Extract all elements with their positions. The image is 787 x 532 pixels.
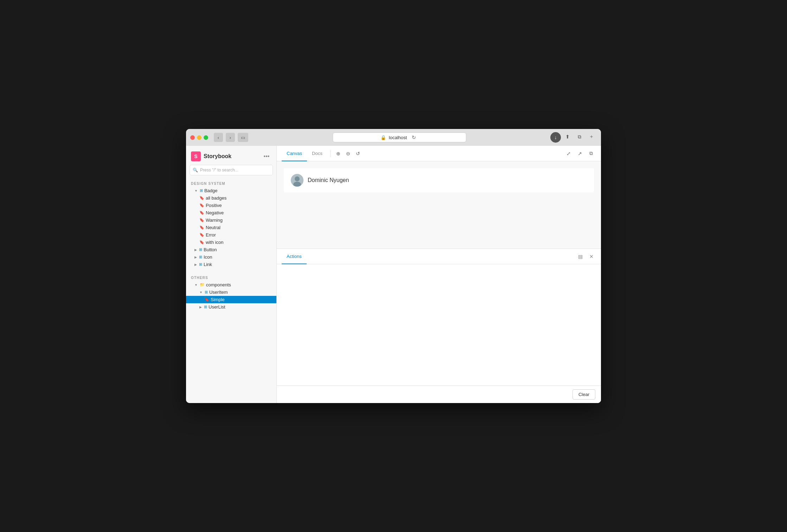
sidebar-item-icon-group[interactable]: ▶ ⊞ Icon bbox=[186, 253, 276, 261]
docs-tab-label: Docs bbox=[312, 151, 322, 156]
address-bar-container: 🔒 localhost ↻ bbox=[251, 132, 548, 142]
close-button[interactable] bbox=[190, 135, 195, 140]
expand-icon: ⤢ bbox=[567, 151, 571, 156]
minimize-button[interactable] bbox=[197, 135, 201, 140]
new-tab-button[interactable]: ＋ bbox=[586, 132, 597, 141]
main-content: S Storybook ••• 🔍 Press "/" to search...… bbox=[186, 146, 601, 403]
error-label: Error bbox=[206, 232, 216, 238]
components-group-label: components bbox=[206, 282, 231, 287]
sidebar-item-userlist-group[interactable]: ▶ ⊞ UserList bbox=[186, 303, 276, 311]
storybook-logo-icon: S bbox=[191, 151, 201, 161]
neutral-label: Neutral bbox=[206, 225, 220, 230]
zoom-reset-icon: ↺ bbox=[356, 151, 360, 156]
with-icon-label: with icon bbox=[206, 240, 224, 245]
download-icon: ↓ bbox=[555, 135, 557, 140]
sidebar-item-link-group[interactable]: ▶ ⊞ Link bbox=[186, 261, 276, 268]
clear-button[interactable]: Clear bbox=[572, 389, 595, 400]
sidebar-header: S Storybook ••• bbox=[186, 146, 276, 165]
sidebar-item-useritem-group[interactable]: ▼ ⊞ UserItem bbox=[186, 288, 276, 296]
sidebar-item-components-group[interactable]: ▼ 📁 components bbox=[186, 281, 276, 288]
sidebar-item-positive[interactable]: 🔖 Positive bbox=[186, 202, 276, 209]
canvas-toolbar: Canvas Docs ⊕ ⊖ ↺ ⤢ bbox=[277, 146, 601, 161]
sidebar-icon: ▭ bbox=[241, 135, 245, 140]
maximize-button[interactable] bbox=[204, 135, 208, 140]
url-text: localhost bbox=[389, 135, 407, 140]
sidebar-item-simple[interactable]: 🔖 Simple bbox=[186, 296, 276, 303]
actions-layout-button[interactable]: ▤ bbox=[576, 252, 585, 261]
copy-icon: ⧉ bbox=[578, 134, 581, 140]
canvas-area: Canvas Docs ⊕ ⊖ ↺ ⤢ bbox=[277, 146, 601, 403]
copy-link-button[interactable]: ⧉ bbox=[586, 149, 596, 158]
duplicate-button[interactable]: ⧉ bbox=[574, 132, 585, 141]
user-name-text: Dominic Nyugen bbox=[308, 177, 349, 183]
sidebar-item-negative[interactable]: 🔖 Negative bbox=[186, 209, 276, 216]
actions-footer: Clear bbox=[277, 385, 601, 403]
sidebar-item-badge-group[interactable]: ▼ ⊞ Badge bbox=[186, 187, 276, 194]
fullscreen-button[interactable]: ⤢ bbox=[564, 149, 574, 158]
zoom-in-button[interactable]: ⊕ bbox=[333, 149, 343, 158]
actions-close-button[interactable]: ✕ bbox=[587, 252, 596, 261]
share-button[interactable]: ⬆ bbox=[562, 132, 573, 141]
lock-icon: 🔒 bbox=[380, 135, 386, 140]
forward-button[interactable]: › bbox=[226, 133, 235, 142]
section-design-system: DESIGN SYSTEM bbox=[186, 180, 276, 187]
logo-letter: S bbox=[194, 154, 197, 159]
chevron-right-icon: ▶ bbox=[199, 305, 202, 309]
more-options-button[interactable]: ••• bbox=[262, 151, 271, 161]
all-badges-label: all badges bbox=[206, 195, 226, 201]
tab-canvas[interactable]: Canvas bbox=[282, 146, 307, 161]
share-icon: ⬆ bbox=[565, 134, 570, 140]
sidebar-item-button-group[interactable]: ▶ ⊞ Button bbox=[186, 246, 276, 253]
grid-icon: ⊞ bbox=[199, 247, 202, 252]
story-icon: 🔖 bbox=[204, 297, 209, 302]
title-bar: ‹ › ▭ 🔒 localhost ↻ ↓ ⬆ ⧉ ＋ bbox=[186, 129, 601, 146]
simple-label: Simple bbox=[211, 297, 225, 302]
zoom-reset-button[interactable]: ↺ bbox=[353, 149, 363, 158]
actions-tab-label: Actions bbox=[287, 254, 302, 259]
zoom-out-button[interactable]: ⊖ bbox=[343, 149, 353, 158]
chevron-down-icon: ▼ bbox=[194, 283, 198, 287]
reload-button[interactable]: ↻ bbox=[410, 133, 418, 142]
tab-docs[interactable]: Docs bbox=[307, 146, 327, 161]
story-icon: 🔖 bbox=[199, 196, 204, 200]
negative-label: Negative bbox=[206, 210, 224, 215]
layout-icon: ▤ bbox=[578, 254, 583, 259]
sidebar-item-neutral[interactable]: 🔖 Neutral bbox=[186, 224, 276, 231]
sidebar-toggle-button[interactable]: ▭ bbox=[238, 133, 248, 142]
chevron-right-icon: › bbox=[230, 135, 231, 140]
actions-header-right: ▤ ✕ bbox=[576, 252, 596, 261]
chevron-down-icon: ▼ bbox=[199, 291, 203, 294]
folder-icon: 📁 bbox=[200, 283, 205, 287]
external-link-button[interactable]: ↗ bbox=[575, 149, 585, 158]
sidebar-item-with-icon[interactable]: 🔖 with icon bbox=[186, 239, 276, 246]
search-bar[interactable]: 🔍 Press "/" to search... bbox=[190, 165, 273, 175]
button-group-label: Button bbox=[204, 247, 217, 252]
actions-panel: Actions ▤ ✕ Clear bbox=[277, 248, 601, 403]
link-group-label: Link bbox=[204, 262, 212, 267]
download-button[interactable]: ↓ bbox=[550, 132, 561, 143]
sidebar-item-error[interactable]: 🔖 Error bbox=[186, 231, 276, 239]
tab-actions[interactable]: Actions bbox=[282, 249, 307, 264]
sidebar-item-all-badges[interactable]: 🔖 all badges bbox=[186, 194, 276, 202]
story-icon: 🔖 bbox=[199, 203, 204, 208]
story-icon: 🔖 bbox=[199, 218, 204, 222]
canvas-toolbar-right: ⤢ ↗ ⧉ bbox=[564, 149, 596, 158]
chevron-down-icon: ▼ bbox=[194, 189, 198, 193]
close-icon: ✕ bbox=[589, 254, 594, 259]
back-button[interactable]: ‹ bbox=[214, 133, 223, 142]
chevron-right-icon: ▶ bbox=[194, 263, 197, 266]
story-icon: 🔖 bbox=[199, 225, 204, 230]
address-bar[interactable]: 🔒 localhost ↻ bbox=[333, 132, 466, 142]
useritem-group-label: UserItem bbox=[209, 290, 228, 295]
actions-body bbox=[277, 264, 601, 385]
search-icon: 🔍 bbox=[193, 168, 198, 173]
icon-group-label: Icon bbox=[204, 254, 212, 260]
clear-label: Clear bbox=[578, 392, 589, 397]
toolbar-right: ↓ ⬆ ⧉ ＋ bbox=[550, 132, 597, 143]
section-others: OTHERS bbox=[186, 274, 276, 281]
story-icon: 🔖 bbox=[199, 240, 204, 245]
chevron-left-icon: ‹ bbox=[218, 135, 219, 140]
positive-label: Positive bbox=[206, 203, 222, 208]
grid-icon: ⊞ bbox=[199, 255, 202, 259]
sidebar-item-warning[interactable]: 🔖 Warning bbox=[186, 216, 276, 224]
